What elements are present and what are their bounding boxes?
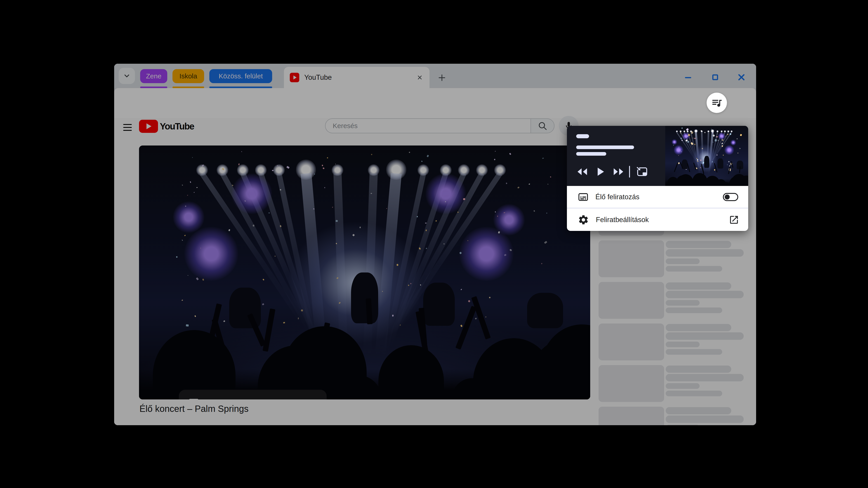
confetti [722, 139, 723, 140]
confetti [740, 134, 742, 136]
live-caption-icon [578, 192, 589, 202]
popup-options: Élő feliratozás Feliratbeállítások [567, 186, 748, 231]
gear-icon [578, 214, 589, 225]
confetti [700, 167, 701, 168]
media-artwork [665, 126, 748, 186]
confetti [682, 128, 683, 129]
media-controls-button[interactable] [707, 93, 727, 113]
media-title-skeleton [576, 134, 589, 138]
open-in-new-icon[interactable] [729, 215, 739, 225]
performer-silhouette [717, 158, 723, 168]
queue-music-icon [711, 97, 723, 109]
play-icon [597, 167, 604, 176]
confetti [680, 137, 682, 139]
rewind-icon [577, 168, 588, 175]
confetti [738, 153, 739, 153]
confetti [697, 158, 698, 159]
picture-in-picture-icon [636, 166, 648, 177]
purple-spotlight [674, 145, 684, 155]
confetti [727, 164, 727, 165]
confetti [691, 131, 693, 134]
toggle-knob [725, 195, 730, 199]
purple-spotlight [672, 139, 677, 145]
confetti [678, 155, 679, 156]
stage-light [724, 130, 726, 133]
confetti [715, 139, 717, 141]
live-caption-toggle[interactable] [723, 193, 738, 201]
dim-overlay [114, 64, 756, 425]
confetti [712, 132, 713, 133]
browser-window: Zene Iskola Közöss. felület YouTube [114, 64, 756, 425]
raised-arm [674, 162, 678, 172]
confetti [728, 161, 730, 163]
performer-silhouette [704, 156, 709, 168]
stage-light [727, 130, 730, 133]
confetti [739, 148, 741, 149]
confetti [718, 140, 719, 141]
confetti [716, 136, 718, 137]
media-source-skeleton [576, 152, 606, 156]
stage-light [707, 130, 710, 133]
caption-settings-row[interactable]: Feliratbeállítások [567, 209, 748, 231]
live-caption-row[interactable]: Élő feliratozás [567, 186, 748, 208]
media-artist-skeleton [576, 145, 634, 149]
media-session-card [567, 126, 748, 186]
media-controls-popup: Élő feliratozás Feliratbeállítások [567, 126, 748, 231]
confetti [730, 133, 731, 135]
confetti [702, 148, 703, 149]
fast-forward-icon [613, 168, 624, 175]
confetti [681, 151, 682, 152]
crowd-band [665, 179, 748, 186]
live-caption-label: Élő feliratozás [595, 193, 723, 201]
purple-spotlight [730, 140, 736, 145]
confetti [704, 132, 706, 133]
previous-track-button[interactable] [576, 166, 589, 177]
confetti [723, 155, 724, 156]
confetti [673, 145, 674, 146]
confetti [694, 138, 696, 139]
confetti [737, 138, 738, 139]
picture-in-picture-button[interactable] [636, 166, 649, 177]
caption-settings-label: Feliratbeállítások [596, 216, 729, 224]
concert-artwork [665, 126, 748, 186]
next-track-button[interactable] [612, 166, 625, 177]
confetti [721, 145, 723, 147]
desktop-background: Zene Iskola Közöss. felület YouTube [0, 0, 868, 488]
confetti [686, 128, 689, 131]
confetti [721, 143, 723, 144]
play-button[interactable] [595, 166, 607, 177]
purple-spotlight [724, 145, 734, 155]
controls-separator [629, 166, 630, 177]
confetti [714, 169, 715, 170]
